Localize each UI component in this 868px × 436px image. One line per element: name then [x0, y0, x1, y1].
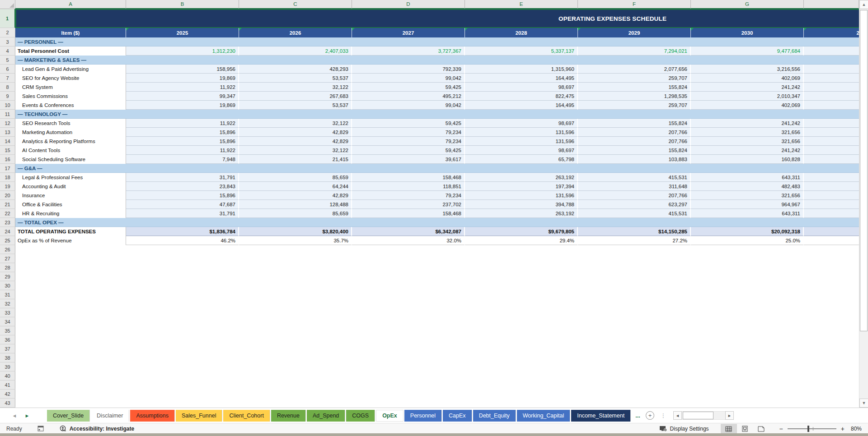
empty-cells[interactable]	[15, 281, 859, 290]
title-band-cell[interactable]: OPERATING EXPENSES SCHEDULE	[15, 9, 859, 28]
cell-value[interactable]: 11,922	[126, 119, 239, 128]
empty-cells[interactable]	[15, 335, 859, 344]
cell-value[interactable]: 59,425	[352, 83, 465, 92]
cell-value[interactable]: 31,791	[126, 173, 239, 182]
cell-value-partial[interactable]	[804, 155, 859, 164]
cell-value[interactable]: 131,596	[465, 191, 578, 200]
cell-value[interactable]: 15,896	[126, 128, 239, 137]
empty-cells[interactable]	[15, 353, 859, 362]
scroll-up-icon[interactable]: ▲	[859, 0, 868, 9]
cell-value[interactable]: 39,617	[352, 155, 465, 164]
cell-value[interactable]: 237,702	[352, 200, 465, 209]
empty-cells[interactable]	[15, 245, 859, 254]
row-number[interactable]: 35	[0, 326, 15, 335]
horizontal-scrollbar[interactable]: ◄ ►	[673, 411, 734, 420]
cell-value-partial[interactable]	[804, 137, 859, 146]
row-number[interactable]: 31	[0, 290, 15, 299]
cell-value-partial[interactable]	[804, 173, 859, 182]
vertical-scroll-thumb[interactable]	[860, 10, 868, 331]
page-break-preview-button[interactable]	[753, 424, 769, 434]
add-sheet-button[interactable]: +	[646, 411, 654, 420]
cell-value[interactable]: 2,010,347	[691, 92, 804, 101]
empty-cells[interactable]	[15, 326, 859, 335]
sheet-tab-disclaimer[interactable]: Disclaimer	[91, 410, 129, 422]
cell-value[interactable]: 42,829	[239, 137, 352, 146]
cell-value[interactable]: 259,707	[578, 74, 691, 83]
vertical-scrollbar[interactable]: ▲ ▼	[859, 0, 868, 408]
row-number[interactable]: 3	[0, 37, 15, 46]
cell-value[interactable]: 792,339	[352, 65, 465, 74]
row-number[interactable]: 14	[0, 137, 15, 146]
row-number[interactable]: 29	[0, 272, 15, 281]
cell-value[interactable]: 158,468	[352, 209, 465, 218]
row-number[interactable]: 28	[0, 263, 15, 272]
cell-item-label[interactable]: Marketing Automation	[15, 128, 126, 137]
cell-value[interactable]: 428,293	[239, 65, 352, 74]
cell-item-label[interactable]: Analytics & Reporting Platforms	[15, 137, 126, 146]
accessibility-icon[interactable]	[59, 425, 66, 432]
tab-scroll-forward-icon[interactable]: ►	[23, 413, 32, 418]
cell-value[interactable]: 402,069	[691, 101, 804, 110]
cell-value[interactable]: 7,294,021	[578, 46, 691, 56]
column-header-G[interactable]: G	[691, 0, 804, 9]
cell-value[interactable]: 207,766	[578, 137, 691, 146]
cell-value-partial[interactable]	[804, 191, 859, 200]
cell-value[interactable]: 19,869	[126, 101, 239, 110]
row-number[interactable]: 1	[0, 9, 15, 28]
row-number[interactable]: 22	[0, 209, 15, 218]
row-number[interactable]: 21	[0, 200, 15, 209]
sheet-tab-cogs[interactable]: COGS	[346, 410, 375, 422]
cell-value[interactable]: 79,234	[352, 128, 465, 137]
cell-item-label[interactable]: Office & Facilities	[15, 200, 126, 209]
cell-value[interactable]: 15,896	[126, 191, 239, 200]
column-header-E[interactable]: E	[465, 0, 578, 9]
row-number[interactable]: 38	[0, 353, 15, 362]
cell-item-label[interactable]: Events & Conferences	[15, 101, 126, 110]
cell-value[interactable]: 29.4%	[465, 236, 578, 245]
cell-item-label[interactable]: Legal & Professional Fees	[15, 173, 126, 182]
cell-value[interactable]: 263,192	[465, 173, 578, 182]
sheet-tab-income_statement[interactable]: Income_Statement	[571, 410, 631, 422]
empty-cells[interactable]	[15, 362, 859, 371]
year-column-header[interactable]: 2027	[352, 28, 465, 37]
empty-cells[interactable]	[15, 290, 859, 299]
empty-cells[interactable]	[15, 399, 859, 408]
cell-value-partial[interactable]	[804, 227, 859, 236]
cell-value[interactable]: 164,495	[465, 74, 578, 83]
cell-value-partial[interactable]	[804, 74, 859, 83]
cell-value[interactable]: 311,648	[578, 182, 691, 191]
cell-value[interactable]: 99,042	[352, 101, 465, 110]
row-number[interactable]: 39	[0, 362, 15, 371]
cell-value[interactable]: 482,483	[691, 182, 804, 191]
cell-value[interactable]: 99,347	[126, 92, 239, 101]
cell-value[interactable]: 643,311	[691, 209, 804, 218]
hscroll-thumb[interactable]	[683, 412, 713, 419]
item-column-header[interactable]: Item ($)	[15, 28, 126, 37]
cell-value[interactable]: 964,967	[691, 200, 804, 209]
zoom-slider[interactable]	[788, 428, 836, 429]
row-number[interactable]: 23	[0, 218, 15, 227]
cell-value-partial[interactable]	[804, 119, 859, 128]
hscroll-track[interactable]	[682, 411, 725, 420]
cell-value[interactable]: 79,234	[352, 137, 465, 146]
cell-value[interactable]: 79,234	[352, 191, 465, 200]
tab-scroll-back-icon[interactable]: ◄	[10, 413, 19, 418]
cell-value[interactable]: $9,679,805	[465, 227, 578, 236]
cell-value[interactable]: 259,707	[578, 101, 691, 110]
cell-value[interactable]: 822,475	[465, 92, 578, 101]
cell-value[interactable]: 64,244	[239, 182, 352, 191]
sheet-tab-assumptions[interactable]: Assumptions	[130, 410, 175, 422]
macro-record-icon[interactable]	[38, 426, 44, 431]
row-number[interactable]: 43	[0, 399, 15, 408]
cell-value-partial[interactable]	[804, 146, 859, 155]
cell-value[interactable]: 27.2%	[578, 236, 691, 245]
cell-value-partial[interactable]	[804, 236, 859, 245]
cell-item-label[interactable]: Accounting & Audit	[15, 182, 126, 191]
row-number[interactable]: 9	[0, 92, 15, 101]
row-number[interactable]: 40	[0, 371, 15, 380]
row-number[interactable]: 25	[0, 236, 15, 245]
sheet-tab-opex[interactable]: OpEx	[376, 410, 404, 422]
cell-value[interactable]: 158,468	[352, 173, 465, 182]
cell-item-label[interactable]: SEO Research Tools	[15, 119, 126, 128]
sheet-tab-debt_equity[interactable]: Debt_Equity	[473, 410, 516, 422]
